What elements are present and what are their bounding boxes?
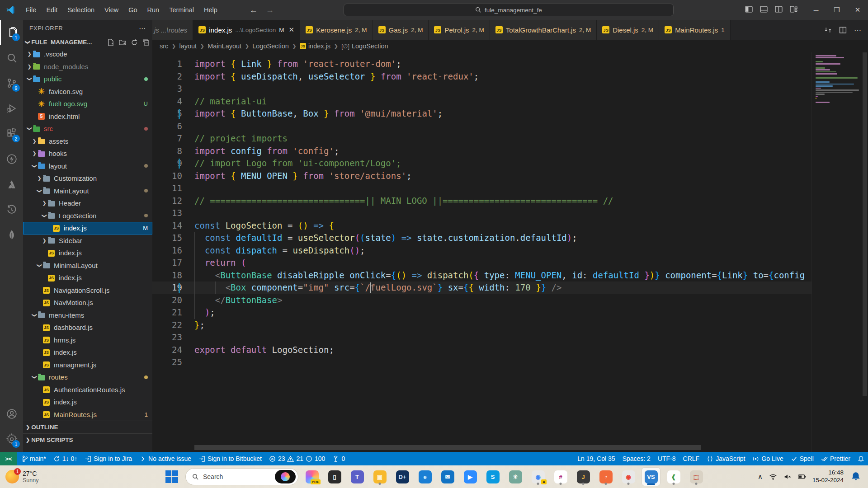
activity-thunder-client-icon[interactable] xyxy=(0,146,23,172)
tree-item-node_modules[interactable]: ❯node_modules xyxy=(23,61,152,73)
activity-mongodb-icon[interactable] xyxy=(0,222,23,248)
activity-settings-icon[interactable]: 1 xyxy=(0,427,23,452)
command-center-search[interactable]: fule_management_fe xyxy=(344,4,674,16)
tree-item-layout[interactable]: ❯layout xyxy=(23,160,152,173)
taskbar-zoom[interactable]: ▶ xyxy=(461,468,479,486)
tree-item-menu-items[interactable]: ❯menu-items xyxy=(23,309,152,322)
workspace-section-header[interactable]: ❯ FULE_MANAGEME... xyxy=(23,37,152,48)
status-crlf[interactable]: CRLF xyxy=(679,452,703,465)
status-no-active-issue[interactable]: No active issue xyxy=(136,452,195,465)
tree-item-index.js[interactable]: JSindex.jsM xyxy=(23,222,152,235)
menu-view[interactable]: View xyxy=(99,3,123,17)
tree-item-index.js[interactable]: JSindex.js xyxy=(23,346,152,359)
taskbar-postman[interactable]: ◔ xyxy=(597,468,615,486)
new-folder-icon[interactable] xyxy=(119,39,126,46)
tree-item-fuelLogo.svg[interactable]: ✳fuelLogo.svgU xyxy=(23,98,152,110)
wifi-icon[interactable] xyxy=(769,473,777,481)
tree-item-Sidebar[interactable]: ❯Sidebar xyxy=(23,235,152,247)
tree-item-NavigationScroll.js[interactable]: JSNavigationScroll.js xyxy=(23,284,152,297)
taskbar-edge[interactable]: e xyxy=(416,468,434,486)
collapse-all-icon[interactable] xyxy=(142,39,150,46)
status-javascript[interactable]: JavaScript xyxy=(703,452,749,465)
customize-layout-icon[interactable] xyxy=(788,4,799,16)
taskbar-file-explorer[interactable]: ▣ xyxy=(371,468,389,486)
battery-icon[interactable] xyxy=(798,473,806,481)
tree-item-.vscode[interactable]: ❯.vscode xyxy=(23,48,152,61)
toggle-secondary-sidebar-icon[interactable] xyxy=(773,4,784,16)
tab-TotalGrowthBarChart.js[interactable]: JSTotalGrowthBarChart.js2, M xyxy=(490,20,597,40)
taskbar-chrome-profile-a[interactable]: ◉A xyxy=(529,468,547,486)
activity-extensions-icon[interactable]: 2 xyxy=(0,121,23,146)
notification-bell-icon[interactable] xyxy=(850,471,862,483)
activity-run-debug-icon[interactable] xyxy=(0,96,23,121)
tab-js-...-routes[interactable]: js ...\routes xyxy=(152,20,193,40)
status-sign-in-to-jira[interactable]: Sign in to Jira xyxy=(81,452,136,465)
tree-item-dashboard.js[interactable]: JSdashboard.js xyxy=(23,321,152,334)
activity-search-icon[interactable] xyxy=(0,45,23,70)
copilot-icon[interactable] xyxy=(275,470,296,483)
breadcrumb-index.js[interactable]: JSindex.js xyxy=(300,42,330,50)
menu-terminal[interactable]: Terminal xyxy=(164,3,199,17)
status-ln-19-col-35[interactable]: Ln 19, Col 35 xyxy=(574,452,618,465)
tree-item-index.js[interactable]: JSindex.js xyxy=(23,247,152,259)
horizontal-scrollbar[interactable] xyxy=(194,445,812,450)
status-go-live[interactable]: Go Live xyxy=(749,452,787,465)
tree-item-AuthenticationRoutes.js[interactable]: JSAuthenticationRoutes.js xyxy=(23,384,152,396)
taskbar-eclipse-javaee[interactable]: J xyxy=(574,468,592,486)
menu-file[interactable]: File xyxy=(21,3,41,17)
status-main-[interactable]: main* xyxy=(17,452,50,465)
taskbar-hotstar[interactable]: D+ xyxy=(393,468,411,486)
activity-account-icon[interactable] xyxy=(0,401,23,427)
menu-go[interactable]: Go xyxy=(123,3,142,17)
close-button[interactable]: ✕ xyxy=(847,0,868,20)
status-23[interactable]: 2321100 xyxy=(265,452,329,465)
breadcrumb-src[interactable]: src xyxy=(160,42,168,50)
tree-item-assets[interactable]: ❯assets xyxy=(23,135,152,148)
npm-scripts-section[interactable]: ❯ NPM SCRIPTS xyxy=(23,433,152,446)
more-actions-icon[interactable]: ⋯ xyxy=(854,26,862,34)
explorer-more-actions-icon[interactable]: ⋯ xyxy=(139,24,146,33)
menu-run[interactable]: Run xyxy=(142,3,165,17)
taskbar-remote-desktop[interactable]: ⬚ xyxy=(687,468,705,486)
tree-item-index.js[interactable]: JSindex.js xyxy=(23,396,152,408)
tree-item-hooks[interactable]: ❯hooks xyxy=(23,147,152,160)
tab-Diesel.js[interactable]: JSDiesel.js2, M xyxy=(597,20,659,40)
tab-index.js[interactable]: JSindex.js...\LogoSectionM✕ xyxy=(193,20,300,40)
tree-item-favicon.svg[interactable]: ✳favicon.svg xyxy=(23,85,152,98)
taskbar-phone-link[interactable]: ▯ xyxy=(326,468,344,486)
toggle-panel-icon[interactable] xyxy=(758,4,769,16)
tab-Gas.js[interactable]: JSGas.js2, M xyxy=(373,20,429,40)
tree-item-routes[interactable]: ❯routes xyxy=(23,371,152,384)
tree-item-MinimalLayout[interactable]: ❯MinimalLayout xyxy=(23,259,152,272)
taskbar-mongodb[interactable]: ❰ xyxy=(665,468,683,486)
code-editor[interactable]: 1import { Link } from 'react-router-dom'… xyxy=(152,52,811,452)
tree-item-Customization[interactable]: ❯Customization xyxy=(23,172,152,185)
breadcrumb-LogoSection[interactable]: [∅]LogoSection xyxy=(341,42,388,50)
activity-atlassian-icon[interactable] xyxy=(0,172,23,197)
minimize-button[interactable]: ─ xyxy=(806,0,826,20)
tree-item-LogoSection[interactable]: ❯LogoSection xyxy=(23,210,152,222)
back-arrow-icon[interactable]: ← xyxy=(250,5,258,15)
weather-widget[interactable]: 1 27°C Sunny xyxy=(0,470,44,483)
tree-item-index.html[interactable]: 5index.html xyxy=(23,110,152,123)
status-prettier[interactable]: Prettier xyxy=(817,452,854,465)
tree-item-hrms.js[interactable]: JShrms.js xyxy=(23,334,152,347)
taskbar-vscode[interactable]: VS xyxy=(642,468,660,486)
tree-item-src[interactable]: ❯src xyxy=(23,122,152,135)
breadcrumb-MainLayout[interactable]: MainLayout xyxy=(208,42,241,50)
status-spaces-2[interactable]: Spaces: 2 xyxy=(619,452,654,465)
remote-indicator[interactable]: >< xyxy=(0,452,17,465)
taskbar-skype[interactable]: S xyxy=(484,468,502,486)
new-file-icon[interactable] xyxy=(107,39,114,46)
close-icon[interactable]: ✕ xyxy=(289,26,295,34)
tab-MainRoutes.js[interactable]: JSMainRoutes.js1 xyxy=(659,20,731,40)
status-sign-in-to-bitbucket[interactable]: Sign in to Bitbucket xyxy=(195,452,265,465)
activity-explorer-icon[interactable]: 1 xyxy=(0,20,23,45)
tree-item-MainLayout[interactable]: ❯MainLayout xyxy=(23,185,152,197)
open-changes-icon[interactable] xyxy=(824,26,832,34)
tree-item-MainRoutes.js[interactable]: JSMainRoutes.js1 xyxy=(23,408,152,421)
activity-timeline-icon[interactable] xyxy=(0,197,23,222)
taskbar-copilot[interactable]: PRE xyxy=(303,468,321,486)
status-spell[interactable]: Spell xyxy=(787,452,817,465)
refresh-icon[interactable] xyxy=(131,39,138,46)
